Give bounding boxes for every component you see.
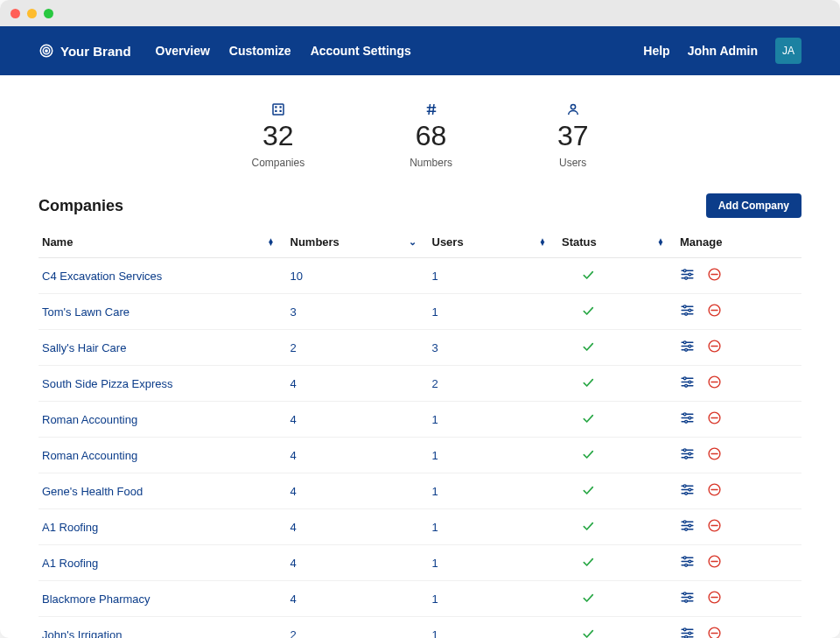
nav-account-settings[interactable]: Account Settings <box>311 44 411 58</box>
table-header-row: Name ▲▼ Numbers ⌄ Users ▲▼ Status ▲▼ Man… <box>38 227 802 258</box>
company-name-link[interactable]: Sally's Hair Care <box>42 341 290 354</box>
company-name-link[interactable]: Gene's Health Food <box>42 485 290 498</box>
manage-cell <box>680 446 798 464</box>
avatar[interactable]: JA <box>775 38 802 64</box>
settings-icon[interactable] <box>680 267 695 284</box>
svg-point-16 <box>683 270 686 272</box>
settings-icon[interactable] <box>680 482 695 500</box>
check-icon <box>562 343 595 356</box>
remove-icon[interactable] <box>707 339 722 356</box>
company-name-link[interactable]: A1 Roofing <box>42 521 290 534</box>
company-name-link[interactable]: Roman Accounting <box>42 413 290 426</box>
stat-companies: 32 Companies <box>252 102 305 169</box>
company-name-link[interactable]: C4 Excavation Services <box>42 270 290 283</box>
remove-icon[interactable] <box>707 590 722 607</box>
settings-icon[interactable] <box>680 339 695 356</box>
svg-rect-6 <box>275 110 276 112</box>
svg-point-64 <box>683 485 686 487</box>
status-ok <box>562 447 680 464</box>
nav-help[interactable]: Help <box>643 44 669 58</box>
settings-icon[interactable] <box>680 518 695 536</box>
sort-icon: ▲▼ <box>268 239 275 246</box>
remove-icon[interactable] <box>707 482 722 500</box>
company-numbers-value: 2 <box>290 341 432 354</box>
remove-icon[interactable] <box>707 518 722 536</box>
status-ok <box>562 375 680 392</box>
settings-icon[interactable] <box>680 410 695 428</box>
window-minimize-button[interactable] <box>27 9 37 18</box>
stat-users-label: Users <box>557 157 589 169</box>
company-users-value: 1 <box>432 270 563 283</box>
svg-point-42 <box>685 385 688 388</box>
header-right: Help John Admin JA <box>643 38 802 64</box>
svg-point-25 <box>689 309 691 312</box>
svg-point-82 <box>685 564 688 567</box>
table-row: Sally's Hair Care23 <box>38 330 802 366</box>
table-row: Roman Accounting41 <box>38 402 802 438</box>
check-icon <box>562 522 595 536</box>
th-numbers-label: Numbers <box>290 235 340 249</box>
table-row: Tom's Lawn Care31 <box>38 294 802 330</box>
th-users-label: Users <box>432 235 464 249</box>
table-row: A1 Roofing41 <box>38 509 802 545</box>
remove-icon[interactable] <box>707 554 722 571</box>
window-close-button[interactable] <box>10 9 20 18</box>
manage-cell <box>680 626 798 638</box>
user-name-label[interactable]: John Admin <box>688 44 758 58</box>
nav-overview[interactable]: Overview <box>156 44 210 58</box>
status-ok <box>562 340 680 356</box>
company-numbers-value: 3 <box>290 305 432 319</box>
settings-icon[interactable] <box>680 446 695 464</box>
svg-point-26 <box>685 313 688 316</box>
company-users-value: 1 <box>432 485 563 498</box>
app-header: Your Brand Overview Customize Account Se… <box>0 26 840 75</box>
svg-point-96 <box>683 628 686 631</box>
svg-point-58 <box>685 457 688 459</box>
table-row: A1 Roofing41 <box>38 545 802 581</box>
table-row: John's Irrigation21 <box>38 617 802 638</box>
check-icon <box>562 558 595 571</box>
svg-rect-4 <box>275 106 276 108</box>
remove-icon[interactable] <box>707 267 722 284</box>
settings-icon[interactable] <box>680 590 695 607</box>
svg-point-50 <box>685 421 688 424</box>
th-numbers[interactable]: Numbers ⌄ <box>290 235 432 249</box>
company-users-value: 1 <box>432 592 563 606</box>
brand-name: Your Brand <box>60 44 131 59</box>
settings-icon[interactable] <box>680 554 695 571</box>
settings-icon[interactable] <box>680 303 695 320</box>
th-users[interactable]: Users ▲▼ <box>432 235 563 249</box>
browser-titlebar <box>0 0 840 26</box>
company-users-value: 1 <box>432 449 563 462</box>
section-header: Companies Add Company <box>38 193 802 218</box>
svg-point-80 <box>683 557 686 559</box>
check-icon <box>562 415 595 428</box>
remove-icon[interactable] <box>707 303 722 320</box>
company-name-link[interactable]: John's Irrigation <box>42 628 290 638</box>
company-name-link[interactable]: Tom's Lawn Care <box>42 305 290 319</box>
company-name-link[interactable]: Blackmore Pharmacy <box>42 592 290 606</box>
company-numbers-value: 4 <box>290 413 432 426</box>
company-numbers-value: 4 <box>290 449 432 462</box>
svg-point-48 <box>683 413 686 416</box>
window-maximize-button[interactable] <box>44 9 53 18</box>
remove-icon[interactable] <box>707 626 722 638</box>
company-name-link[interactable]: A1 Roofing <box>42 557 290 570</box>
stat-numbers: 68 Numbers <box>410 102 452 169</box>
nav-customize[interactable]: Customize <box>229 44 291 58</box>
svg-point-2 <box>46 50 47 52</box>
manage-cell <box>680 303 798 320</box>
remove-icon[interactable] <box>707 410 722 428</box>
add-company-button[interactable]: Add Company <box>706 193 802 218</box>
settings-icon[interactable] <box>680 375 695 392</box>
settings-icon[interactable] <box>680 626 695 638</box>
remove-icon[interactable] <box>707 375 722 392</box>
check-icon <box>562 630 595 638</box>
th-status[interactable]: Status ▲▼ <box>562 235 680 249</box>
company-name-link[interactable]: Roman Accounting <box>42 449 290 462</box>
remove-icon[interactable] <box>707 446 722 464</box>
table-row: Blackmore Pharmacy41 <box>38 581 802 617</box>
th-name[interactable]: Name ▲▼ <box>42 235 290 249</box>
brand-logo[interactable]: Your Brand <box>38 43 131 59</box>
company-name-link[interactable]: South Side Pizza Express <box>42 377 290 390</box>
